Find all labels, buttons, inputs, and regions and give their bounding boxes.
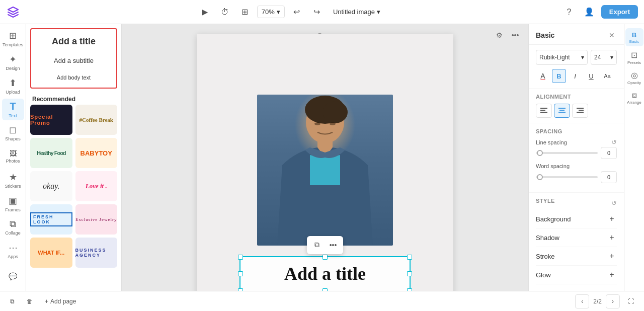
- template-fresh-look[interactable]: FRESH LOOK: [30, 204, 72, 235]
- align-center-button[interactable]: [554, 104, 570, 118]
- sidebar-item-upload[interactable]: ⬆ Upload: [2, 75, 24, 97]
- title-text: Add a title: [249, 263, 401, 285]
- arrange-panel-button[interactable]: ⧈ Arrange: [625, 89, 643, 107]
- background-row[interactable]: Background +: [536, 210, 617, 228]
- fullscreen-icon: ⛶: [628, 298, 634, 305]
- sidebar-item-apps[interactable]: ⋯ Apps: [2, 240, 24, 262]
- sidebar-item-text[interactable]: T Text: [2, 99, 24, 120]
- glow-row[interactable]: Glow +: [536, 266, 617, 284]
- template-coffee-break[interactable]: #Coffee Break: [75, 105, 118, 135]
- add-body-button[interactable]: Add body text: [33, 69, 114, 86]
- canvas-more-button[interactable]: •••: [508, 28, 522, 42]
- undo-button[interactable]: ↩: [289, 4, 305, 20]
- case-button[interactable]: Aa: [600, 69, 614, 83]
- font-size-selector[interactable]: 24 ▾: [591, 50, 617, 65]
- page-next-button[interactable]: ›: [606, 294, 620, 308]
- font-family-selector[interactable]: Rubik-Light ▾: [536, 50, 588, 65]
- doc-title[interactable]: Untitled image ▾: [329, 6, 384, 18]
- sidebar-item-frames[interactable]: ▣ Frames: [2, 193, 24, 214]
- logo[interactable]: [6, 5, 20, 19]
- glow-add-button[interactable]: +: [607, 270, 617, 280]
- template-special-promo[interactable]: Special Promo: [30, 105, 72, 135]
- panel-close-button[interactable]: ✕: [607, 30, 617, 40]
- underline-button[interactable]: U: [584, 69, 598, 83]
- handle-middle-right[interactable]: [407, 271, 412, 276]
- more-toolbar-button[interactable]: •••: [326, 238, 340, 252]
- stroke-add-button[interactable]: +: [607, 251, 617, 261]
- copy-element-button[interactable]: ⧉: [6, 294, 19, 308]
- canvas-settings-button[interactable]: ⚙: [492, 28, 506, 42]
- fullscreen-button[interactable]: ⛶: [624, 294, 638, 308]
- sidebar-item-collage[interactable]: ⧉ Collage: [2, 216, 24, 238]
- play-button[interactable]: ▶: [197, 4, 213, 20]
- sidebar-item-stickers[interactable]: ★ Stickers: [2, 169, 24, 191]
- sidebar-item-templates[interactable]: ⊞ Templates: [2, 28, 24, 50]
- page-prev-button[interactable]: ‹: [575, 294, 589, 308]
- collage-label: Collage: [5, 230, 21, 236]
- italic-button[interactable]: I: [568, 69, 582, 83]
- handle-top-middle[interactable]: [323, 255, 328, 260]
- handle-top-right[interactable]: [407, 255, 412, 260]
- add-title-button[interactable]: Add a title: [33, 31, 114, 52]
- svg-rect-10: [559, 110, 565, 111]
- alignment-row: [536, 104, 617, 118]
- template-healthy-food[interactable]: Healthy Food: [30, 138, 72, 168]
- align-left-button[interactable]: [536, 104, 552, 118]
- svg-rect-12: [577, 108, 584, 109]
- title-textbox[interactable]: ⧉ ••• Add a title: [239, 256, 411, 291]
- redo-button[interactable]: ↪: [309, 4, 325, 20]
- underline-color-button[interactable]: A: [536, 69, 550, 83]
- word-spacing-track[interactable]: [536, 176, 598, 178]
- presets-panel-button[interactable]: ⊡ Presets: [625, 48, 643, 66]
- duplicate-toolbar-button[interactable]: ⧉: [310, 238, 324, 252]
- help-button[interactable]: ?: [561, 4, 577, 20]
- photos-label: Photos: [6, 159, 20, 164]
- export-button[interactable]: Export: [601, 5, 638, 19]
- stickers-label: Stickers: [5, 184, 21, 189]
- collage-icon: ⧉: [10, 219, 16, 229]
- copy-icon: ⧉: [10, 298, 15, 305]
- handle-bottom-middle[interactable]: [323, 288, 328, 291]
- sidebar-item-qa[interactable]: 💬: [2, 265, 24, 287]
- font-section: Rubik-Light ▾ 24 ▾ A B I U Aa: [529, 45, 624, 89]
- timer-button[interactable]: ⏱: [217, 4, 233, 20]
- stroke-row[interactable]: Stroke +: [536, 247, 617, 266]
- design-icon: ✦: [9, 54, 17, 65]
- basic-panel-button[interactable]: B Basic: [625, 28, 643, 46]
- photos-icon: 🖼: [10, 149, 17, 158]
- upload-label: Upload: [6, 90, 20, 95]
- delete-element-button[interactable]: 🗑: [23, 294, 37, 308]
- layout-button[interactable]: ⊞: [237, 4, 253, 20]
- style-section-label: Style: [536, 198, 555, 204]
- template-what-if[interactable]: WHAT IF...: [30, 238, 72, 268]
- handle-top-left[interactable]: [238, 255, 243, 260]
- align-right-button[interactable]: [572, 104, 588, 118]
- profile-button[interactable]: 👤: [581, 4, 597, 20]
- template-healthy-food-text: Healthy Food: [37, 150, 66, 156]
- word-spacing-thumb[interactable]: [537, 174, 543, 180]
- template-exclusive-jewelry[interactable]: Exclusive Jewelry: [75, 204, 118, 235]
- handle-bottom-right[interactable]: [407, 288, 412, 291]
- opacity-panel-button[interactable]: ◎ Opacity: [625, 68, 643, 87]
- sidebar-item-shapes[interactable]: ◻ Shapes: [2, 122, 24, 144]
- sidebar-item-photos[interactable]: 🖼 Photos: [2, 146, 24, 168]
- zoom-control[interactable]: 70% ▾: [257, 6, 285, 18]
- line-spacing-track[interactable]: [536, 152, 598, 154]
- background-add-button[interactable]: +: [607, 214, 617, 224]
- curve-row[interactable]: Curve +: [536, 284, 617, 291]
- frames-label: Frames: [5, 207, 21, 212]
- add-subtitle-button[interactable]: Add a subtitle: [33, 52, 114, 69]
- handle-middle-left[interactable]: [238, 271, 243, 276]
- handle-bottom-left[interactable]: [238, 288, 243, 291]
- shadow-row[interactable]: Shadow +: [536, 228, 617, 247]
- template-okay[interactable]: okay.: [30, 171, 72, 201]
- shadow-add-button[interactable]: +: [607, 232, 617, 243]
- template-babytoy[interactable]: BABYTOY: [75, 138, 118, 168]
- sidebar-item-design[interactable]: ✦ Design: [2, 52, 24, 73]
- doc-title-chevron: ▾: [377, 8, 380, 16]
- add-page-button[interactable]: + Add page: [41, 294, 80, 308]
- template-business-agency[interactable]: BUSINESS AGENCY: [75, 238, 118, 268]
- line-spacing-thumb[interactable]: [537, 150, 543, 156]
- template-love-it[interactable]: Love it .: [75, 171, 118, 201]
- bold-button[interactable]: B: [552, 69, 566, 83]
